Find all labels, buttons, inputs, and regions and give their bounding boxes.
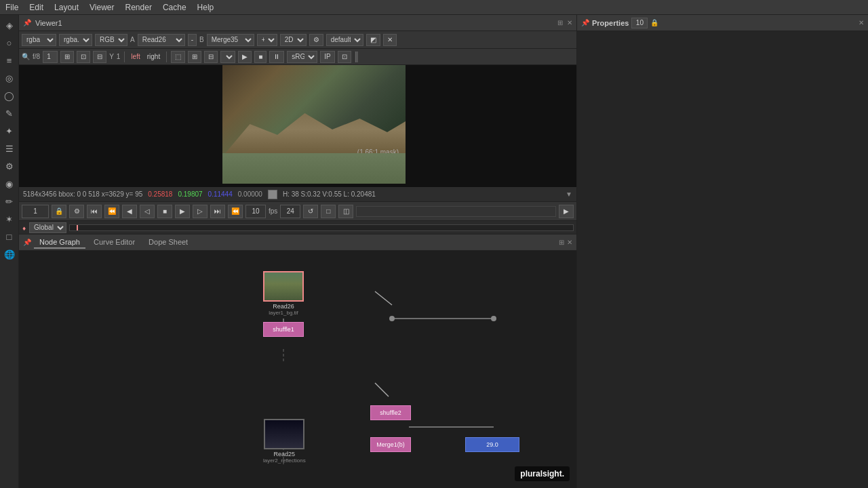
skip-end-btn[interactable]: ⏭ [210,205,225,218]
resize-icon-1[interactable]: ⊞ [60,51,74,63]
node-read26[interactable]: Read26 layer1_bg.tif [263,271,304,316]
node-shuffle2-box[interactable]: shuffle2 [370,405,411,420]
tool-globe[interactable]: 🌐 [2,247,17,262]
menu-file[interactable]: File [5,3,18,12]
menu-edit[interactable]: Edit [29,3,43,12]
channel-b-select[interactable]: rgba. [59,34,92,46]
y-value: 1 [117,53,121,60]
node-a-select[interactable]: Read26 [138,34,185,46]
node-shuffle2[interactable]: shuffle2 [370,405,411,420]
tab-curve-editor[interactable]: Curve Editor [88,237,140,249]
zoom-input-1[interactable]: 1 [43,51,58,63]
prev-keyframe-btn[interactable]: ⏪ [104,205,119,218]
frame-input[interactable] [22,205,49,218]
minus-icon[interactable]: - [188,34,197,46]
settings-btn[interactable]: ⚙ [69,205,84,218]
tool-mask[interactable]: ◎ [2,70,17,85]
tab-node-graph[interactable]: Node Graph [34,237,85,249]
display-select[interactable]: default [326,34,363,46]
tab-dope-sheet[interactable]: Dope Sheet [143,237,193,249]
lock-btn[interactable]: 🔒 [52,205,66,218]
properties-lock-icon[interactable]: 🔒 [650,19,658,26]
viewer-header: 📌 Viewer1 ⊞ ✕ [19,15,576,31]
format-icon-1[interactable]: ⬚ [171,51,185,63]
node-read25[interactable]: Read25 layer2_reflections [263,419,306,464]
pause-icon-sm[interactable]: ⏸ [269,51,284,63]
format-icon-3[interactable]: ⊟ [204,51,218,63]
restore-icon-bottom[interactable]: ⊞ [559,239,564,246]
tool-pointer[interactable]: ◈ [2,18,17,33]
left-view-label[interactable]: left [129,52,142,61]
viewer-overlay-text: (1.66:1 mask) (5184x3456) [357,148,399,163]
tool-transform[interactable]: ✦ [2,123,17,138]
cache2-btn[interactable]: ◫ [338,205,353,218]
properties-close-icon[interactable]: ✕ [859,19,864,26]
tool-hand[interactable]: ☰ [2,141,17,156]
right-view-label[interactable]: right [145,52,162,61]
tool-paint[interactable]: ✏ [2,194,17,209]
menu-cache[interactable]: Cache [163,3,186,12]
node-shuffle1-box[interactable]: shuffle1 [263,322,304,337]
node-29[interactable]: 29.0 [465,437,519,452]
tool-eye[interactable]: ◉ [2,176,17,191]
tool-circle[interactable]: ○ [2,35,17,50]
node-shuffle1[interactable]: shuffle1 [263,322,304,337]
resize-icon-2[interactable]: ⊡ [77,51,90,63]
tool-lines[interactable]: ≡ [2,53,17,68]
channel-a-select[interactable]: rgbargbalpha [22,34,56,46]
viewer-pin-icon[interactable]: 📌 [23,19,31,26]
stop-icon-sm[interactable]: ■ [254,51,267,63]
cache-btn[interactable]: □ [321,205,336,218]
global-select[interactable]: Global [29,222,66,233]
node-merge1[interactable]: Merge1(b) [370,437,411,452]
viewer-settings-icon[interactable]: ⚙ [309,34,323,46]
node-29-box[interactable]: 29.0 [465,437,519,452]
fps-input[interactable] [245,205,266,218]
color-space-select[interactable]: RGB [95,34,127,46]
gain-icon[interactable]: ◩ [366,34,380,46]
tool-square[interactable]: □ [2,229,17,244]
rewind-btn[interactable]: ⏪ [228,205,243,218]
ip-button[interactable]: IP [320,51,334,63]
pin-icon-bottom[interactable]: 📌 [23,239,31,246]
timeline-icon[interactable]: ⬧ [22,223,26,232]
prev-frame-btn[interactable]: ◀ [122,205,137,218]
node-merge1-box[interactable]: Merge1(b) [370,437,411,452]
viewer-title: Viewer1 [35,19,62,27]
menu-help[interactable]: Help [197,3,214,12]
timeline-track[interactable] [69,224,574,231]
viewer-restore-icon[interactable]: ⊞ [557,19,563,26]
fps-val-input[interactable] [280,205,300,218]
node-b-select[interactable]: Merge35 [207,34,254,46]
tool-ring[interactable]: ◯ [2,88,17,103]
stop-btn[interactable]: ■ [157,205,172,218]
next-btn[interactable]: ▷ [193,205,208,218]
offset-select[interactable]: +19 [257,34,277,46]
histogram-icon[interactable]: ▼ [566,190,572,198]
tool-settings[interactable]: ⚙ [2,159,17,174]
menu-layout[interactable]: Layout [54,3,79,12]
skip-start-btn[interactable]: ⏮ [87,205,102,218]
expand-btn[interactable]: ▶ [559,205,574,218]
tool-star[interactable]: ✶ [2,211,17,226]
close-icon-bottom[interactable]: ✕ [567,239,572,246]
loop-btn[interactable]: ↺ [303,205,318,218]
viewer-close-icon[interactable]: ✕ [567,19,572,26]
menu-viewer[interactable]: Viewer [90,3,114,12]
colorspace-select[interactable]: sRGB [287,51,317,63]
prev-btn[interactable]: ◁ [140,205,155,218]
view-mode-select[interactable]: 2D [280,34,307,46]
thumb-mountain [264,272,302,300]
right-pin-icon[interactable]: 📌 [581,19,589,26]
extra-btn-2[interactable]: ⊡ [338,51,351,63]
properties-number[interactable] [631,18,648,28]
resize-icon-3[interactable]: ⊟ [93,51,106,63]
format-icon-2[interactable]: ⊞ [188,51,201,63]
tool-edit[interactable]: ✎ [2,106,17,121]
extra-icon[interactable]: ✕ [383,34,397,46]
playback-track[interactable] [356,206,556,217]
menu-render[interactable]: Render [125,3,152,12]
zoom-select[interactable]: 1 [220,51,235,63]
play-btn[interactable]: ▶ [175,205,190,218]
play-icon-sm[interactable]: ▶ [238,51,252,63]
